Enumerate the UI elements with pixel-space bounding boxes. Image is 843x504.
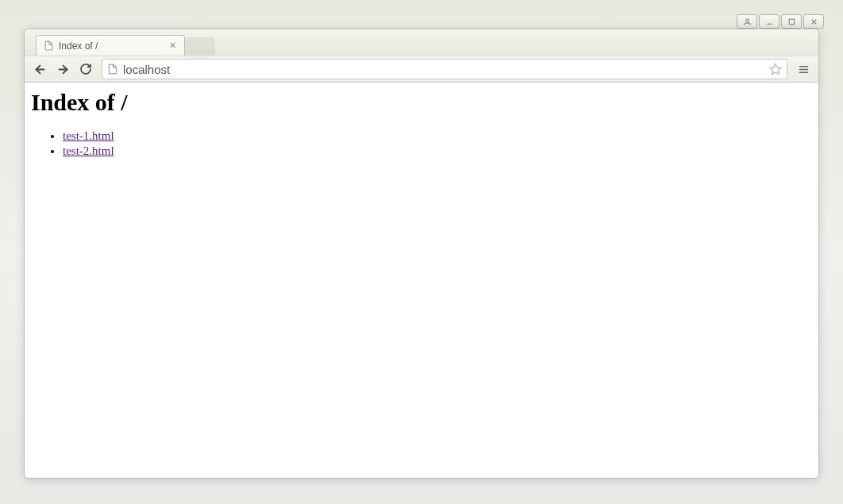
list-item: test-1.html	[63, 129, 812, 144]
toolbar	[25, 56, 818, 83]
tab-bar: Index of / ✕	[25, 29, 818, 56]
browser-tab[interactable]: Index of / ✕	[36, 35, 185, 56]
file-link[interactable]: test-1.html	[63, 129, 114, 142]
page-content: Index of / test-1.html test-2.html	[25, 83, 818, 478]
tab-title: Index of /	[59, 40, 162, 52]
os-window-controls	[737, 14, 824, 29]
page-icon	[43, 40, 54, 52]
svg-rect-2	[789, 19, 794, 24]
close-window-button[interactable]	[803, 14, 824, 29]
site-icon	[107, 63, 118, 75]
close-tab-icon[interactable]: ✕	[167, 40, 178, 52]
minimize-button[interactable]	[759, 14, 779, 29]
file-list: test-1.html test-2.html	[63, 129, 812, 159]
list-item: test-2.html	[63, 144, 812, 159]
back-button[interactable]	[29, 59, 50, 79]
svg-point-0	[745, 18, 749, 21]
new-tab-area[interactable]	[183, 37, 215, 55]
file-link[interactable]: test-2.html	[63, 144, 114, 157]
menu-button[interactable]	[793, 59, 814, 79]
bookmark-star-icon[interactable]	[769, 63, 782, 75]
browser-window: Index of / ✕ Index of /	[24, 29, 819, 479]
page-heading: Index of /	[31, 89, 812, 116]
svg-marker-7	[770, 63, 780, 74]
url-input[interactable]	[123, 63, 764, 76]
reload-button[interactable]	[75, 59, 96, 79]
user-button[interactable]	[737, 14, 757, 29]
forward-button[interactable]	[52, 59, 73, 79]
address-bar[interactable]	[102, 59, 787, 79]
maximize-button[interactable]	[781, 14, 802, 29]
